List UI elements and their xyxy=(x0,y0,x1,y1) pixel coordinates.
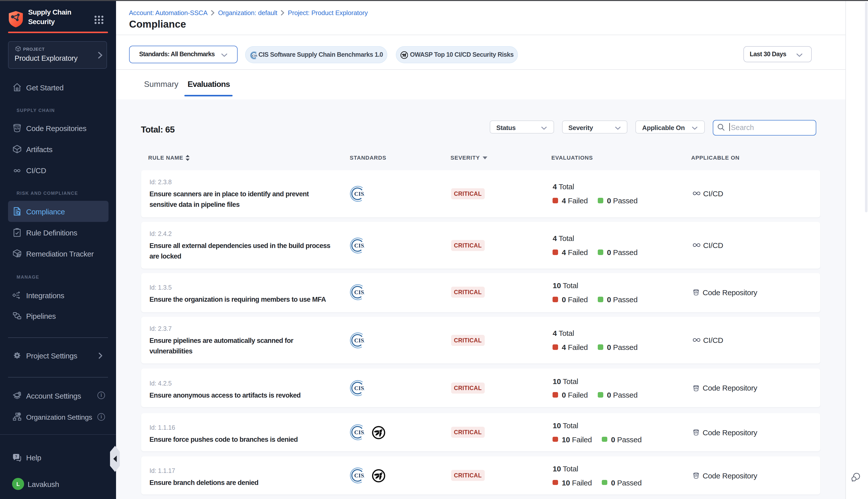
svg-text:CIS: CIS xyxy=(252,54,257,57)
svg-text:?: ? xyxy=(15,454,17,458)
